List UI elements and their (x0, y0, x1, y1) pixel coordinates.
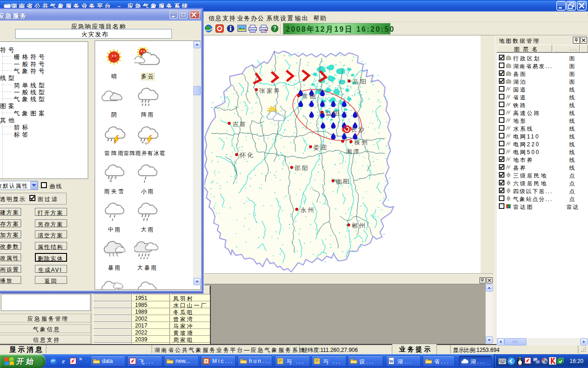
svg-text:W: W (389, 359, 394, 364)
svg-text:e: e (62, 358, 65, 365)
